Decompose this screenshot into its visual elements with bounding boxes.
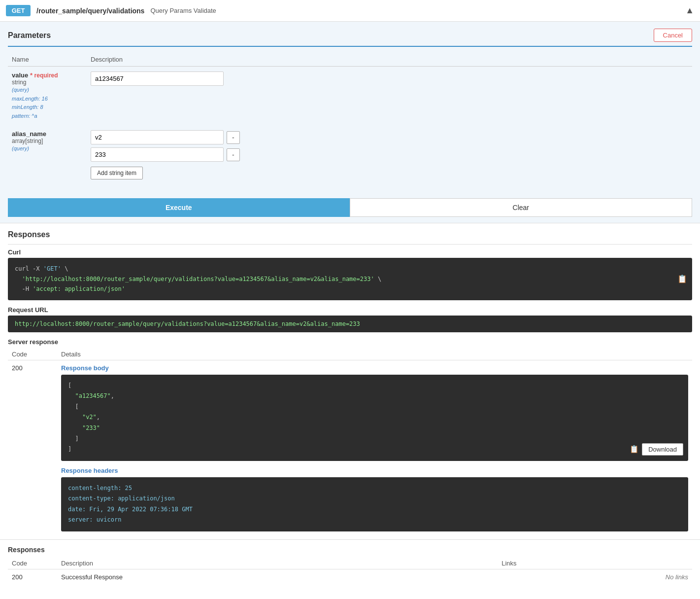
- alias-item-0-remove-button[interactable]: -: [227, 131, 240, 144]
- param-name-alias: alias_name: [12, 130, 83, 138]
- header-content-type: content-type: application/json: [68, 495, 175, 502]
- response-headers-label: Response headers: [61, 467, 688, 474]
- bottom-responses-table: Code Description Links 200 Successful Re…: [8, 558, 692, 585]
- parameters-title: Parameters: [8, 31, 51, 40]
- param-type-value: string: [12, 79, 83, 86]
- details-col-header: Details: [57, 349, 692, 360]
- curl-line2: 'http://localhost:8000/router_sample/que…: [15, 276, 381, 282]
- alias-item-0-row: -: [91, 130, 688, 144]
- bottom-response-row: 200 Successful Response No links: [8, 569, 692, 585]
- method-badge: GET: [6, 5, 31, 16]
- bottom-description-200: Successful Response: [57, 569, 498, 585]
- parameters-section: Parameters Cancel Name Description value…: [0, 22, 700, 192]
- add-string-item-button[interactable]: Add string item: [91, 167, 143, 179]
- parameters-header: Parameters Cancel: [8, 22, 692, 47]
- header-content-length: content-length: 25: [68, 485, 132, 492]
- bottom-links-header: Links: [498, 558, 692, 569]
- bottom-responses-section: Responses Code Description Links 200 Suc…: [0, 539, 700, 591]
- download-area: 📋 Download: [630, 443, 683, 456]
- code-col-header: Code: [8, 349, 57, 360]
- curl-code-block: curl -X 'GET' \ 'http://localhost:8000/r…: [8, 258, 692, 300]
- responses-header-section: Responses: [0, 223, 700, 244]
- param-row-value: value * required string (query) maxLengt…: [8, 67, 692, 126]
- header-server: server: uvicorn: [68, 516, 121, 523]
- parameters-table: Name Description value * required string…: [8, 53, 692, 184]
- curl-line1: curl -X 'GET' \: [15, 265, 68, 272]
- param-type-alias: array[string]: [12, 138, 83, 144]
- param-meta-value: maxLength: 16minLength: 8pattern: ^a: [12, 95, 83, 121]
- header-date: date: Fri, 29 Apr 2022 07:36:18 GMT: [68, 506, 193, 513]
- response-headers-block: content-length: 25 content-type: applica…: [61, 477, 688, 531]
- responses-title: Responses: [8, 230, 50, 239]
- param-location-alias: (query): [12, 144, 83, 153]
- name-column-header: Name: [8, 53, 87, 67]
- param-location-value: (query): [12, 86, 83, 95]
- request-url-label: Request URL: [8, 306, 692, 314]
- param-name-value: value * required: [12, 71, 83, 79]
- execute-section: Execute Clear: [0, 192, 700, 223]
- curl-section: Curl curl -X 'GET' \ 'http://localhost:8…: [8, 248, 692, 300]
- response-body-label: Response body: [61, 364, 688, 372]
- response-copy-icon[interactable]: 📋: [630, 443, 639, 456]
- execute-row: Execute Clear: [8, 198, 692, 217]
- clear-button[interactable]: Clear: [350, 198, 693, 217]
- server-response-label: Server response: [8, 338, 692, 346]
- bottom-links-200: No links: [498, 569, 692, 585]
- server-response-table: Code Details 200 Response body [ "a12345…: [8, 349, 692, 536]
- bottom-code-200: 200: [8, 569, 57, 585]
- alias-item-1-remove-button[interactable]: -: [227, 148, 240, 161]
- top-bar: GET /router_sample/query/validations Que…: [0, 0, 700, 22]
- value-input[interactable]: [91, 71, 224, 86]
- endpoint-description: Query Params Validate: [150, 7, 216, 14]
- description-column-header: Description: [87, 53, 692, 67]
- request-url-section: Request URL http://localhost:8000/router…: [8, 306, 692, 332]
- alias-item-1-input[interactable]: [91, 147, 224, 162]
- response-detail: Curl curl -X 'GET' \ 'http://localhost:8…: [0, 245, 700, 539]
- bottom-responses-title: Responses: [8, 546, 692, 554]
- param-row-alias-name: alias_name array[string] (query) - - Add…: [8, 125, 692, 184]
- execute-button[interactable]: Execute: [8, 198, 350, 217]
- response-code: 200: [8, 360, 57, 535]
- request-url-block: http://localhost:8000/router_sample/quer…: [8, 316, 692, 332]
- alias-item-1-row: -: [91, 147, 688, 162]
- server-response-row: 200 Response body [ "a1234567", [ "v2", …: [8, 360, 692, 535]
- bottom-description-header: Description: [57, 558, 498, 569]
- bottom-code-header: Code: [8, 558, 57, 569]
- cancel-button[interactable]: Cancel: [654, 29, 692, 42]
- endpoint-path: /router_sample/query/validations: [36, 7, 144, 15]
- server-response-section: Server response Code Details 200 Respons…: [8, 338, 692, 536]
- curl-label: Curl: [8, 248, 692, 256]
- curl-line3: -H 'accept: application/json': [15, 285, 125, 292]
- collapse-icon[interactable]: ▲: [685, 5, 694, 16]
- curl-copy-icon[interactable]: 📋: [677, 272, 687, 285]
- download-button[interactable]: Download: [642, 443, 683, 456]
- alias-item-0-input[interactable]: [91, 130, 224, 144]
- response-body-block: [ "a1234567", [ "v2", "233" ] ] 📋 Downlo…: [61, 375, 688, 461]
